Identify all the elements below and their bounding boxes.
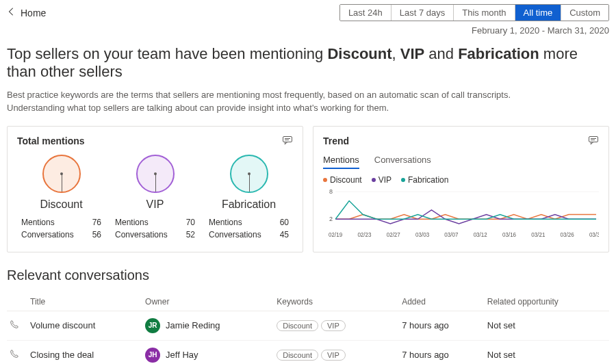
owner-name: Jamie Reding xyxy=(166,320,220,330)
back-arrow-icon xyxy=(7,7,16,18)
comment-icon[interactable] xyxy=(588,135,599,148)
range-this-month[interactable]: This month xyxy=(454,5,515,21)
tab-mentions[interactable]: Mentions xyxy=(323,155,359,169)
svg-text:02/19: 02/19 xyxy=(329,232,343,238)
total-mentions-card: Total mentions DiscountMentions76Convers… xyxy=(7,126,303,252)
col-opportunity: Related opportunity xyxy=(485,293,609,311)
comment-icon[interactable] xyxy=(282,135,293,148)
total-mentions-title: Total mentions xyxy=(17,135,85,146)
phone-icon xyxy=(10,321,19,331)
svg-text:8: 8 xyxy=(329,189,333,195)
table-row[interactable]: Volume discountJRJamie RedingDiscountVIP… xyxy=(7,311,609,340)
svg-text:03/31: 03/31 xyxy=(589,232,599,238)
table-row[interactable]: Closing the dealJHJeff HayDiscountVIP7 h… xyxy=(7,340,609,364)
page-title: Top sellers on your team have been menti… xyxy=(7,45,609,81)
svg-text:03/16: 03/16 xyxy=(502,232,517,238)
range-last-24h[interactable]: Last 24h xyxy=(340,5,392,21)
metric-fabrication: FabricationMentions60Conversations45 xyxy=(205,155,293,241)
svg-text:03/12: 03/12 xyxy=(474,232,488,238)
cell-keywords: DiscountVIP xyxy=(274,311,399,340)
trend-card: Trend Mentions Conversations Discount VI… xyxy=(313,126,609,252)
avatar: JR xyxy=(145,318,160,333)
cell-keywords: DiscountVIP xyxy=(274,340,399,364)
metric-name: VIP xyxy=(111,198,199,211)
cell-opportunity: Not set xyxy=(485,340,609,364)
cell-title: Volume discount xyxy=(27,311,142,340)
home-label: Home xyxy=(21,8,46,18)
range-custom[interactable]: Custom xyxy=(561,5,608,21)
date-range-group: Last 24hLast 7 daysThis monthAll timeCus… xyxy=(339,4,609,21)
trend-title: Trend xyxy=(323,135,349,146)
svg-text:02/23: 02/23 xyxy=(357,232,372,238)
trend-line-chart: 2802/1902/2302/2703/0303/0703/1203/1603/… xyxy=(323,189,599,238)
svg-text:02/27: 02/27 xyxy=(387,232,401,238)
svg-rect-1 xyxy=(589,136,598,142)
cell-opportunity: Not set xyxy=(485,311,609,340)
chart-legend: Discount VIP Fabrication xyxy=(323,175,599,185)
cell-title: Closing the deal xyxy=(27,340,142,364)
svg-text:03/03: 03/03 xyxy=(415,232,430,238)
relevant-conversations-table: Title Owner Keywords Added Related oppor… xyxy=(7,293,609,364)
col-keywords: Keywords xyxy=(274,293,399,311)
metric-name: Discount xyxy=(17,198,105,211)
keyword-pill: VIP xyxy=(321,320,346,331)
keyword-pill: Discount xyxy=(277,320,318,331)
keyword-pill: VIP xyxy=(321,350,346,361)
range-all-time[interactable]: All time xyxy=(515,5,562,21)
owner-name: Jeff Hay xyxy=(166,350,198,360)
svg-text:03/21: 03/21 xyxy=(531,232,546,238)
metric-discount: DiscountMentions76Conversations56 xyxy=(17,155,105,241)
svg-text:2: 2 xyxy=(329,216,333,222)
tab-conversations[interactable]: Conversations xyxy=(374,155,431,169)
svg-text:03/26: 03/26 xyxy=(561,232,575,238)
date-range-display: February 1, 2020 - March 31, 2020 xyxy=(7,25,609,36)
phone-icon xyxy=(10,350,19,361)
svg-rect-0 xyxy=(283,136,292,142)
svg-text:03/07: 03/07 xyxy=(444,232,459,238)
cell-added: 7 hours ago xyxy=(399,340,485,364)
col-title: Title xyxy=(27,293,142,311)
page-subtext: Best practice keywords are the terms tha… xyxy=(7,89,609,115)
cell-added: 7 hours ago xyxy=(399,311,485,340)
metric-vip: VIPMentions70Conversations52 xyxy=(111,155,199,241)
relevant-conversations-title: Relevant conversations xyxy=(7,268,609,283)
home-link[interactable]: Home xyxy=(7,7,46,18)
keyword-pill: Discount xyxy=(277,350,318,361)
col-owner: Owner xyxy=(142,293,274,311)
col-added: Added xyxy=(399,293,485,311)
metric-name: Fabrication xyxy=(205,198,293,211)
range-last-7-days[interactable]: Last 7 days xyxy=(392,5,454,21)
avatar: JH xyxy=(145,348,160,363)
